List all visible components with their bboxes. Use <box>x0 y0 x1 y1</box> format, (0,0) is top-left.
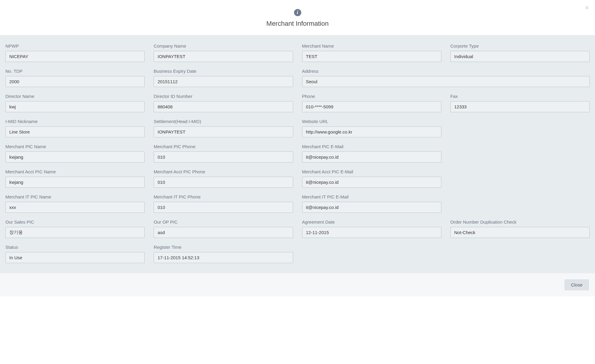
input-corporate-type[interactable] <box>450 51 590 62</box>
label-imid-nickname: I-MID Nickname <box>5 119 145 124</box>
label-merchant-pic-phone: Merchant PIC Phone <box>154 144 293 149</box>
field-merchant-it-pic-name: Merchant IT PIC Name <box>5 194 145 213</box>
field-merchant-pic-email: Merchant PIC E-Mail <box>302 144 441 163</box>
field-director-id-number: Director ID Number <box>154 94 293 112</box>
input-merchant-acct-pic-phone[interactable] <box>154 177 293 188</box>
label-merchant-pic-email: Merchant PIC E-Mail <box>302 144 441 149</box>
input-merchant-name[interactable] <box>302 51 441 62</box>
label-merchant-acct-pic-phone: Merchant Acct PIC Phone <box>154 169 293 174</box>
label-website-url: Website URL <box>302 119 441 124</box>
close-icon[interactable]: × <box>585 4 589 11</box>
label-address: Address <box>302 69 590 74</box>
label-status: Status <box>5 245 145 250</box>
input-our-op-pic[interactable] <box>154 227 293 238</box>
field-merchant-name: Merchant Name <box>302 43 441 62</box>
input-status[interactable] <box>5 252 145 263</box>
input-order-number-dup-check[interactable] <box>450 227 590 238</box>
field-no-tdp: No. TDP <box>5 69 145 87</box>
field-npwp: NPWP <box>5 43 145 62</box>
label-merchant-it-pic-name: Merchant IT PIC Name <box>5 194 145 199</box>
input-website-url[interactable] <box>302 126 441 137</box>
input-imid-nickname[interactable] <box>5 126 145 137</box>
label-director-name: Director Name <box>5 94 145 99</box>
label-agreement-date: Agreement Date <box>302 219 441 225</box>
input-merchant-it-pic-phone[interactable] <box>154 202 293 213</box>
input-director-id-number[interactable] <box>154 101 293 112</box>
field-register-time: Register Time <box>154 245 293 263</box>
close-button[interactable]: Close <box>564 279 589 290</box>
label-our-sales-pic: Our Sales PIC <box>5 219 145 225</box>
label-merchant-acct-pic-email: Merchant Acct PIC E-Mail <box>302 169 441 174</box>
field-fax: Fax <box>450 94 590 112</box>
field-merchant-acct-pic-email: Merchant Acct PIC E-Mail <box>302 169 441 188</box>
input-register-time[interactable] <box>154 252 293 263</box>
label-business-expiry-date: Business Expiry Date <box>154 69 293 74</box>
modal-title: Merchant Information <box>6 20 589 28</box>
label-order-number-dup-check: Order Number Duplication Check <box>450 219 590 225</box>
label-fax: Fax <box>450 94 590 99</box>
input-settlement-head-imid[interactable] <box>154 126 293 137</box>
input-no-tdp[interactable] <box>5 76 145 87</box>
field-phone: Phone <box>302 94 441 112</box>
input-merchant-acct-pic-name[interactable] <box>5 177 145 188</box>
label-merchant-it-pic-phone: Merchant IT PIC Phone <box>154 194 293 199</box>
field-merchant-it-pic-email: Merchant IT PIC E-Mail <box>302 194 441 213</box>
label-merchant-name: Merchant Name <box>302 43 441 48</box>
field-merchant-pic-phone: Merchant PIC Phone <box>154 144 293 163</box>
label-settlement-head-imid: Settlement(Head I-MID) <box>154 119 293 124</box>
label-phone: Phone <box>302 94 441 99</box>
input-our-sales-pic[interactable] <box>5 227 145 238</box>
field-merchant-pic-name: Merchant PIC Name <box>5 144 145 163</box>
label-our-op-pic: Our OP PIC <box>154 219 293 225</box>
input-merchant-it-pic-email[interactable] <box>302 202 441 213</box>
input-merchant-it-pic-name[interactable] <box>5 202 145 213</box>
label-merchant-acct-pic-name: Merchant Acct PIC Name <box>5 169 145 174</box>
field-merchant-acct-pic-name: Merchant Acct PIC Name <box>5 169 145 188</box>
input-merchant-pic-email[interactable] <box>302 151 441 163</box>
input-address[interactable] <box>302 76 590 87</box>
field-our-sales-pic: Our Sales PIC <box>5 219 145 238</box>
label-npwp: NPWP <box>5 43 145 48</box>
label-director-id-number: Director ID Number <box>154 94 293 99</box>
label-no-tdp: No. TDP <box>5 69 145 74</box>
input-phone[interactable] <box>302 101 441 112</box>
input-merchant-pic-phone[interactable] <box>154 151 293 163</box>
input-npwp[interactable] <box>5 51 145 62</box>
field-website-url: Website URL <box>302 119 441 137</box>
modal-body: NPWP Company Name Merchant Name Corporte… <box>0 35 595 273</box>
field-corporate-type: Corporte Type <box>450 43 590 62</box>
modal-footer: Close <box>0 273 595 296</box>
field-company-name: Company Name <box>154 43 293 62</box>
input-company-name[interactable] <box>154 51 293 62</box>
field-director-name: Director Name <box>5 94 145 112</box>
input-business-expiry-date[interactable] <box>154 76 293 87</box>
field-our-op-pic: Our OP PIC <box>154 219 293 238</box>
label-merchant-pic-name: Merchant PIC Name <box>5 144 145 149</box>
input-agreement-date[interactable] <box>302 227 441 238</box>
input-director-name[interactable] <box>5 101 145 112</box>
label-merchant-it-pic-email: Merchant IT PIC E-Mail <box>302 194 441 199</box>
label-corporate-type: Corporte Type <box>450 43 590 48</box>
input-merchant-acct-pic-email[interactable] <box>302 177 441 188</box>
field-business-expiry-date: Business Expiry Date <box>154 69 293 87</box>
form-grid: NPWP Company Name Merchant Name Corporte… <box>5 43 590 263</box>
modal-header: × i Merchant Information <box>0 0 595 35</box>
label-company-name: Company Name <box>154 43 293 48</box>
field-order-number-dup-check: Order Number Duplication Check <box>450 219 590 238</box>
label-register-time: Register Time <box>154 245 293 250</box>
field-settlement-head-imid: Settlement(Head I-MID) <box>154 119 293 137</box>
field-merchant-acct-pic-phone: Merchant Acct PIC Phone <box>154 169 293 188</box>
field-imid-nickname: I-MID Nickname <box>5 119 145 137</box>
field-merchant-it-pic-phone: Merchant IT PIC Phone <box>154 194 293 213</box>
field-agreement-date: Agreement Date <box>302 219 441 238</box>
info-icon: i <box>294 9 301 16</box>
field-status: Status <box>5 245 145 263</box>
field-address: Address <box>302 69 590 87</box>
input-merchant-pic-name[interactable] <box>5 151 145 163</box>
input-fax[interactable] <box>450 101 590 112</box>
